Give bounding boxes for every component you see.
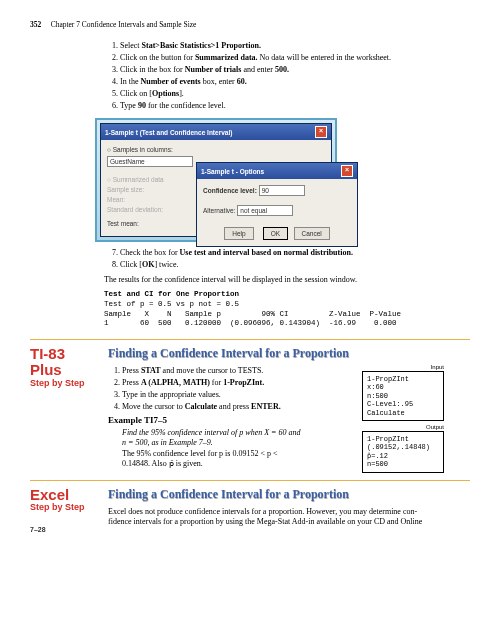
confidence-input[interactable]: 90	[259, 185, 305, 196]
step-1: Select Stat>Basic Statistics>1 Proportio…	[120, 41, 470, 50]
step-8: Click [OK] twice.	[120, 260, 470, 269]
excel-paragraph: Excel does not produce confidence interv…	[108, 507, 470, 528]
output-line1: Test of p = 0.5 vs p not = 0.5	[104, 300, 470, 310]
ti83-sublabel: Step by Step	[30, 378, 100, 388]
output-line3: 1 60 500 0.120000 (0.096096, 0.143904) -…	[104, 319, 470, 329]
help-button[interactable]: Help	[224, 227, 253, 240]
ti83-label: TI-83 Plus	[30, 346, 100, 378]
cancel-button[interactable]: Cancel	[294, 227, 330, 240]
page-footer: 7–28	[30, 526, 46, 533]
chapter-title: Chapter 7 Confidence Intervals and Sampl…	[51, 20, 197, 29]
calc-output-screen: 1-PropZInt (.09152,.14848) p̂=.12 n=500	[362, 431, 444, 473]
step-6: Type 90 for the confidence level.	[120, 101, 470, 110]
page-header: 352 Chapter 7 Confidence Intervals and S…	[30, 20, 470, 29]
excel-section: Excel Step by Step Finding a Confidence …	[30, 487, 470, 528]
excel-title: Finding a Confidence Interval for a Prop…	[108, 487, 470, 502]
divider	[30, 480, 470, 481]
dialog-1sample: 1-Sample t (Test and Confidence Interval…	[100, 123, 332, 237]
instruction-list-a: Select Stat>Basic Statistics>1 Proportio…	[30, 41, 470, 110]
divider	[30, 339, 470, 340]
excel-label: Excel	[30, 487, 100, 503]
step-5: Click on [Options].	[120, 89, 470, 98]
ti83-title: Finding a Confidence Interval for a Prop…	[108, 346, 470, 361]
samples-input[interactable]: GuestName	[107, 156, 193, 167]
dialog-options-titlebar: 1-Sample t - Options ×	[197, 163, 357, 179]
ti83-section: TI-83 Plus Step by Step Finding a Confid…	[30, 346, 470, 470]
result-text: The results for the confidence interval …	[104, 275, 470, 284]
step-4: In the Number of events box, enter 60.	[120, 77, 470, 86]
output-heading: Test and CI for One Proportion	[104, 290, 470, 300]
excel-sublabel: Step by Step	[30, 502, 100, 512]
page-number: 352	[30, 20, 41, 29]
output-line2: Sample X N Sample p 90% CI Z-Value P-Val…	[104, 310, 470, 320]
calc-input-screen: 1-PropZInt x:60 n:500 C-Level:.95 Calcul…	[362, 371, 444, 421]
dialog-figure: 1-Sample t (Test and Confidence Interval…	[95, 118, 470, 242]
step-2: Click on the button for Summarized data.…	[120, 53, 470, 62]
ok-button[interactable]: OK	[263, 227, 288, 240]
close-icon[interactable]: ×	[341, 165, 353, 177]
close-icon[interactable]: ×	[315, 126, 327, 138]
dialog-options: 1-Sample t - Options × Confidence level:…	[196, 162, 358, 247]
alternative-select[interactable]: not equal	[237, 205, 293, 216]
calc-input-label: Input	[362, 364, 444, 370]
instruction-list-b: Check the box for Use test and interval …	[30, 248, 470, 269]
step-3: Click in the box for Number of trials an…	[120, 65, 470, 74]
step-7: Check the box for Use test and interval …	[120, 248, 470, 257]
calc-output-label: Output	[362, 424, 444, 430]
dialog-titlebar: 1-Sample t (Test and Confidence Interval…	[101, 124, 331, 140]
